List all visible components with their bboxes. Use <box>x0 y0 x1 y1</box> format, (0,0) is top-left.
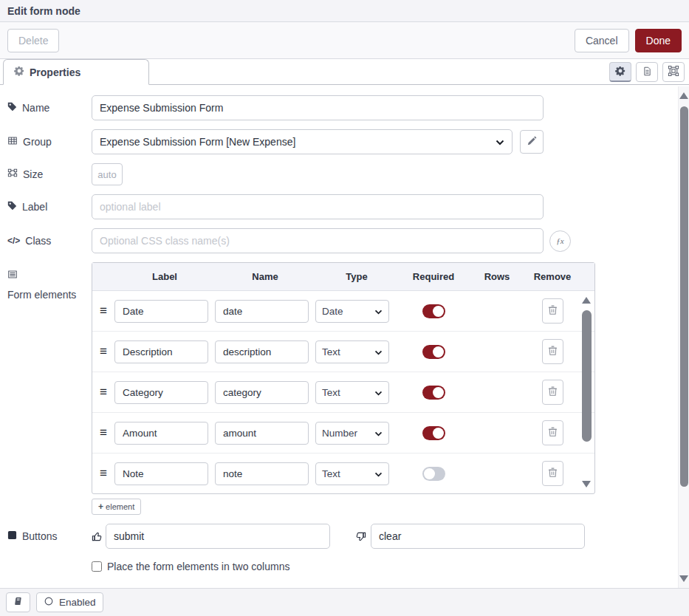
book-icon <box>13 596 23 609</box>
element-name-input[interactable] <box>215 340 309 363</box>
form-elements-list: Label Name Type Required Rows Remove ≡ D… <box>92 262 595 494</box>
required-toggle[interactable] <box>422 467 445 481</box>
circle-icon <box>44 596 54 609</box>
toggle-knob <box>433 387 444 398</box>
toggle-knob <box>424 468 435 479</box>
node-help-button[interactable] <box>6 592 30 612</box>
element-type-select[interactable]: Number <box>315 422 389 445</box>
element-type-select[interactable]: Text <box>315 462 389 485</box>
class-row: </> Class ƒx <box>7 228 678 253</box>
element-type-select[interactable]: Text <box>315 381 389 404</box>
element-type-value: Text <box>322 346 340 357</box>
properties-panel: Name Group Expense Submission Form [New … <box>0 86 678 588</box>
label-row: Label <box>7 194 678 219</box>
tab-properties[interactable]: Properties <box>3 59 149 85</box>
element-name-input[interactable] <box>215 422 309 445</box>
element-name-input[interactable] <box>215 381 309 404</box>
chevron-down-icon <box>374 306 383 317</box>
enabled-label: Enabled <box>59 597 96 608</box>
group-select[interactable]: Expense Submission Form [New Expense] <box>92 129 513 154</box>
size-row: Size auto <box>7 163 678 185</box>
tab-properties-label: Properties <box>30 66 80 78</box>
size-icon <box>7 168 18 182</box>
node-enabled-button[interactable]: Enabled <box>36 592 103 612</box>
element-label-input[interactable] <box>114 422 208 445</box>
size-button[interactable]: auto <box>92 163 123 185</box>
group-label: Group <box>7 135 92 149</box>
remove-element-button[interactable] <box>542 420 563 445</box>
element-row: ≡ Text <box>92 332 594 372</box>
trash-icon <box>548 467 558 480</box>
list-icon <box>7 269 18 283</box>
scroll-up-arrow[interactable] <box>582 297 591 304</box>
required-toggle[interactable] <box>422 304 445 318</box>
document-icon <box>642 66 652 79</box>
edit-group-button[interactable] <box>520 130 544 154</box>
element-type-value: Text <box>322 387 340 398</box>
element-name-input[interactable] <box>215 300 309 323</box>
clear-button-input[interactable] <box>371 524 585 549</box>
element-type-select[interactable]: Date <box>315 300 389 323</box>
required-toggle[interactable] <box>422 426 445 440</box>
remove-element-button[interactable] <box>542 461 563 486</box>
header-required: Required <box>398 271 469 282</box>
scroll-down-arrow[interactable] <box>582 481 591 487</box>
element-name-input[interactable] <box>215 462 309 485</box>
panel-scroll-up-arrow[interactable] <box>679 92 688 99</box>
chevron-down-icon <box>374 428 383 439</box>
size-label: Size <box>7 168 92 182</box>
element-type-select[interactable]: Text <box>315 340 389 363</box>
fx-button[interactable]: ƒx <box>549 230 571 252</box>
trash-icon <box>548 386 558 399</box>
required-toggle[interactable] <box>422 345 445 359</box>
cancel-button[interactable]: Cancel <box>575 29 629 52</box>
element-type-value: Date <box>322 306 343 317</box>
form-elements-row: Form elements Label Name Type Required R… <box>7 262 678 515</box>
header-name: Name <box>215 271 315 282</box>
form-elements-label: Form elements <box>7 269 92 302</box>
drag-handle[interactable]: ≡ <box>92 304 114 318</box>
scroll-thumb[interactable] <box>582 310 592 442</box>
dialog-footer: Enabled <box>0 588 689 616</box>
element-label-input[interactable] <box>114 462 208 485</box>
two-columns-checkbox[interactable] <box>92 561 102 572</box>
description-icon-button[interactable] <box>636 62 658 82</box>
dialog-title: Edit form node <box>7 5 80 17</box>
drag-handle[interactable]: ≡ <box>92 344 114 359</box>
done-button[interactable]: Done <box>635 29 682 52</box>
trash-icon <box>548 426 558 439</box>
panel-scroll-thumb[interactable] <box>680 106 688 487</box>
header-remove: Remove <box>525 271 580 282</box>
appearance-icon-button[interactable] <box>662 62 685 82</box>
submit-button-input[interactable] <box>106 524 330 549</box>
remove-element-button[interactable] <box>542 339 563 364</box>
drag-handle[interactable]: ≡ <box>92 425 114 440</box>
drag-handle[interactable]: ≡ <box>92 466 114 481</box>
class-input[interactable] <box>92 228 544 253</box>
required-toggle[interactable] <box>422 386 445 400</box>
chevron-down-icon <box>496 136 504 148</box>
chevron-down-icon <box>374 468 383 479</box>
add-element-button[interactable]: + element <box>92 499 141 515</box>
buttons-row: Buttons <box>7 524 678 549</box>
remove-element-button[interactable] <box>542 298 563 324</box>
buttons-label: Buttons <box>7 530 92 544</box>
header-rows: Rows <box>469 271 525 282</box>
element-label-input[interactable] <box>114 300 208 323</box>
element-row: ≡ Date <box>92 291 594 332</box>
element-label-input[interactable] <box>114 381 208 404</box>
delete-button[interactable]: Delete <box>7 29 59 52</box>
remove-element-button[interactable] <box>542 380 563 405</box>
element-label-input[interactable] <box>114 340 208 363</box>
elements-viewport: ≡ Date ≡ Text <box>92 291 594 493</box>
toggle-knob <box>433 306 444 317</box>
panel-scroll-down-arrow[interactable] <box>679 575 688 582</box>
drag-handle[interactable]: ≡ <box>92 385 114 400</box>
element-row: ≡ Number <box>92 413 594 454</box>
name-input[interactable] <box>92 95 544 120</box>
group-select-value: Expense Submission Form [New Expense] <box>100 136 295 148</box>
header-type: Type <box>315 271 398 282</box>
chevron-down-icon <box>374 387 383 398</box>
properties-icon-button[interactable] <box>609 62 631 82</box>
label-input[interactable] <box>92 194 544 219</box>
